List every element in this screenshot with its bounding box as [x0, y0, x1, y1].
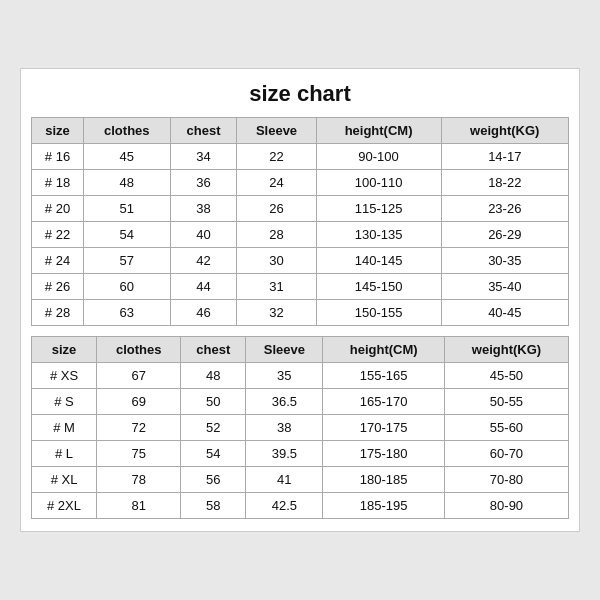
table-cell: 36.5: [246, 389, 323, 415]
table-cell: 54: [83, 222, 170, 248]
table-row: # 20513826115-12523-26: [32, 196, 569, 222]
table-cell: 38: [170, 196, 237, 222]
table-cell: 145-150: [316, 274, 441, 300]
table-cell: # 22: [32, 222, 84, 248]
table-cell: 52: [181, 415, 246, 441]
table-cell: 58: [181, 493, 246, 519]
table-cell: # 18: [32, 170, 84, 196]
table-cell: 80-90: [444, 493, 568, 519]
table-cell: 18-22: [441, 170, 568, 196]
table-row: # 18483624100-11018-22: [32, 170, 569, 196]
table-cell: 140-145: [316, 248, 441, 274]
table-cell: 42: [170, 248, 237, 274]
table-row: # 22544028130-13526-29: [32, 222, 569, 248]
table-cell: 54: [181, 441, 246, 467]
table-cell: # S: [32, 389, 97, 415]
table-cell: # M: [32, 415, 97, 441]
table-cell: 24: [237, 170, 316, 196]
table2-header: sizeclotheschestSleeveheight(CM)weight(K…: [32, 337, 569, 363]
table-cell: 39.5: [246, 441, 323, 467]
table-row: # L755439.5175-18060-70: [32, 441, 569, 467]
table-cell: 14-17: [441, 144, 568, 170]
table-cell: 60-70: [444, 441, 568, 467]
table-row: # XS674835155-16545-50: [32, 363, 569, 389]
table-cell: 63: [83, 300, 170, 326]
table-row: # 1645342290-10014-17: [32, 144, 569, 170]
table1-col-header: chest: [170, 118, 237, 144]
table-cell: 115-125: [316, 196, 441, 222]
table-cell: 55-60: [444, 415, 568, 441]
table-cell: # XS: [32, 363, 97, 389]
table-cell: 40: [170, 222, 237, 248]
table-cell: 185-195: [323, 493, 445, 519]
table-cell: 38: [246, 415, 323, 441]
table-cell: 56: [181, 467, 246, 493]
table-cell: 42.5: [246, 493, 323, 519]
table-cell: # L: [32, 441, 97, 467]
table-cell: # XL: [32, 467, 97, 493]
table-cell: 44: [170, 274, 237, 300]
table-cell: 150-155: [316, 300, 441, 326]
table-cell: 48: [181, 363, 246, 389]
table-cell: 35-40: [441, 274, 568, 300]
table-row: # 24574230140-14530-35: [32, 248, 569, 274]
table-cell: 100-110: [316, 170, 441, 196]
table-cell: 70-80: [444, 467, 568, 493]
table-cell: 50: [181, 389, 246, 415]
table-cell: 45-50: [444, 363, 568, 389]
table-row: # S695036.5165-17050-55: [32, 389, 569, 415]
size-table-1: sizeclotheschestSleeveheight(CM)weight(K…: [31, 117, 569, 326]
table-cell: 69: [97, 389, 181, 415]
size-table-2: sizeclotheschestSleeveheight(CM)weight(K…: [31, 336, 569, 519]
table-cell: 36: [170, 170, 237, 196]
table-cell: 81: [97, 493, 181, 519]
table-cell: # 26: [32, 274, 84, 300]
table-cell: 165-170: [323, 389, 445, 415]
table-cell: 57: [83, 248, 170, 274]
table-cell: 130-135: [316, 222, 441, 248]
table-row: # 2XL815842.5185-19580-90: [32, 493, 569, 519]
table-cell: 26: [237, 196, 316, 222]
table-cell: 23-26: [441, 196, 568, 222]
table-cell: # 28: [32, 300, 84, 326]
table-cell: # 20: [32, 196, 84, 222]
table-cell: 32: [237, 300, 316, 326]
table2-col-header: size: [32, 337, 97, 363]
table-cell: 48: [83, 170, 170, 196]
table1-body: # 1645342290-10014-17# 18483624100-11018…: [32, 144, 569, 326]
table-row: # M725238170-17555-60: [32, 415, 569, 441]
table-cell: 46: [170, 300, 237, 326]
table-cell: 30: [237, 248, 316, 274]
table2-col-header: weight(KG): [444, 337, 568, 363]
table-cell: 22: [237, 144, 316, 170]
table-cell: 180-185: [323, 467, 445, 493]
table-cell: 28: [237, 222, 316, 248]
table-cell: 45: [83, 144, 170, 170]
table-cell: # 2XL: [32, 493, 97, 519]
table-cell: 41: [246, 467, 323, 493]
table-cell: 67: [97, 363, 181, 389]
table-cell: 35: [246, 363, 323, 389]
table2-header-row: sizeclotheschestSleeveheight(CM)weight(K…: [32, 337, 569, 363]
table-cell: 60: [83, 274, 170, 300]
table-cell: 75: [97, 441, 181, 467]
table-cell: 170-175: [323, 415, 445, 441]
table-cell: 34: [170, 144, 237, 170]
table-cell: 155-165: [323, 363, 445, 389]
table1-header: sizeclotheschestSleeveheight(CM)weight(K…: [32, 118, 569, 144]
table-cell: 175-180: [323, 441, 445, 467]
table-cell: 51: [83, 196, 170, 222]
table-cell: 40-45: [441, 300, 568, 326]
table2-col-header: clothes: [97, 337, 181, 363]
table1-col-header: size: [32, 118, 84, 144]
table-row: # XL785641180-18570-80: [32, 467, 569, 493]
size-chart-card: size chart sizeclotheschestSleeveheight(…: [20, 68, 580, 532]
table2-body: # XS674835155-16545-50# S695036.5165-170…: [32, 363, 569, 519]
table-cell: 90-100: [316, 144, 441, 170]
table-cell: # 24: [32, 248, 84, 274]
table2-col-header: chest: [181, 337, 246, 363]
table-cell: 50-55: [444, 389, 568, 415]
table2-col-header: height(CM): [323, 337, 445, 363]
chart-title: size chart: [31, 81, 569, 107]
table1-header-row: sizeclotheschestSleeveheight(CM)weight(K…: [32, 118, 569, 144]
